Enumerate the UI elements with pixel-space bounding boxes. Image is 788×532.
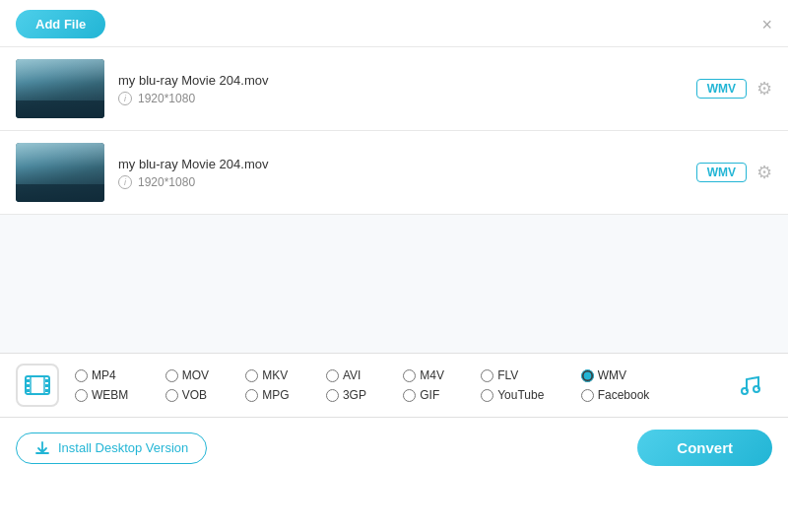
format-label-flv: FLV [497,368,518,382]
info-icon: i [118,175,132,189]
format-label-avi: AVI [343,368,361,382]
convert-button[interactable]: Convert [637,430,772,466]
file-list: my blu-ray Movie 204.mov i 1920*1080 WMV… [0,46,788,215]
file-actions: WMV ⚙ [696,162,772,183]
format-option-mpg[interactable]: MPG [245,388,326,402]
format-option-wmv[interactable]: WMV [581,368,687,382]
file-meta: i 1920*1080 [118,175,683,189]
install-label: Install Desktop Version [58,440,188,455]
empty-area [0,215,788,353]
format-label-youtube: YouTube [497,388,544,402]
format-section: MP4 MOV MKV AVI M4V FLV WMV [0,353,788,417]
format-option-m4v[interactable]: M4V [403,368,481,382]
file-info: my blu-ray Movie 204.mov i 1920*1080 [118,73,683,105]
info-icon: i [118,92,132,105]
settings-icon[interactable]: ⚙ [756,78,772,100]
format-option-vob[interactable]: VOB [165,388,246,402]
file-info: my blu-ray Movie 204.mov i 1920*1080 [118,157,683,189]
format-option-youtube[interactable]: YouTube [481,388,580,402]
video-format-icon[interactable] [16,364,59,407]
format-option-mkv[interactable]: MKV [245,368,326,382]
table-row: my blu-ray Movie 204.mov i 1920*1080 WMV… [0,131,788,214]
format-label-gif: GIF [420,388,439,402]
file-resolution: 1920*1080 [138,175,195,189]
format-label-facebook: Facebook [598,388,650,402]
format-label-mkv: MKV [262,368,288,382]
settings-icon[interactable]: ⚙ [756,162,772,183]
format-label-vob: VOB [182,388,207,402]
format-option-webm[interactable]: WEBM [75,388,165,402]
svg-rect-2 [26,384,30,387]
format-label-webm: WEBM [92,388,128,402]
install-desktop-button[interactable]: Install Desktop Version [16,432,207,464]
format-label-mov: MOV [182,368,209,382]
add-file-button[interactable]: Add File [16,10,105,38]
svg-rect-1 [26,379,30,382]
format-badge-2[interactable]: WMV [696,163,747,182]
file-actions: WMV ⚙ [696,78,772,100]
format-option-facebook[interactable]: Facebook [581,388,687,402]
file-meta: i 1920*1080 [118,92,683,105]
svg-rect-6 [45,389,49,392]
table-row: my blu-ray Movie 204.mov i 1920*1080 WMV… [0,47,788,131]
format-label-wmv: WMV [598,368,626,382]
header: Add File × [0,0,788,46]
format-option-avi[interactable]: AVI [326,368,403,382]
format-grid: MP4 MOV MKV AVI M4V FLV WMV [75,368,713,402]
close-button[interactable]: × [761,16,772,33]
svg-point-9 [742,388,748,394]
file-thumbnail [16,59,104,118]
format-option-flv[interactable]: FLV [481,368,580,382]
svg-rect-3 [26,389,30,392]
svg-rect-5 [45,384,49,387]
format-option-gif[interactable]: GIF [403,388,481,402]
audio-format-icon[interactable] [729,364,772,407]
format-option-3gp[interactable]: 3GP [326,388,403,402]
bottom-bar: Install Desktop Version Convert [0,417,788,478]
file-name: my blu-ray Movie 204.mov [118,73,683,88]
format-label-m4v: M4V [420,368,444,382]
format-label-mp4: MP4 [92,368,116,382]
svg-point-10 [754,386,759,392]
format-label-3gp: 3GP [343,388,366,402]
format-option-mp4[interactable]: MP4 [75,368,165,382]
music-note-icon [737,371,764,399]
film-icon [24,371,51,399]
svg-rect-4 [45,379,49,382]
file-thumbnail [16,143,104,202]
format-label-mpg: MPG [262,388,289,402]
format-badge-1[interactable]: WMV [696,79,747,99]
format-option-mov[interactable]: MOV [165,368,246,382]
file-name: my blu-ray Movie 204.mov [118,157,683,171]
file-resolution: 1920*1080 [138,92,195,105]
download-icon [34,440,50,456]
